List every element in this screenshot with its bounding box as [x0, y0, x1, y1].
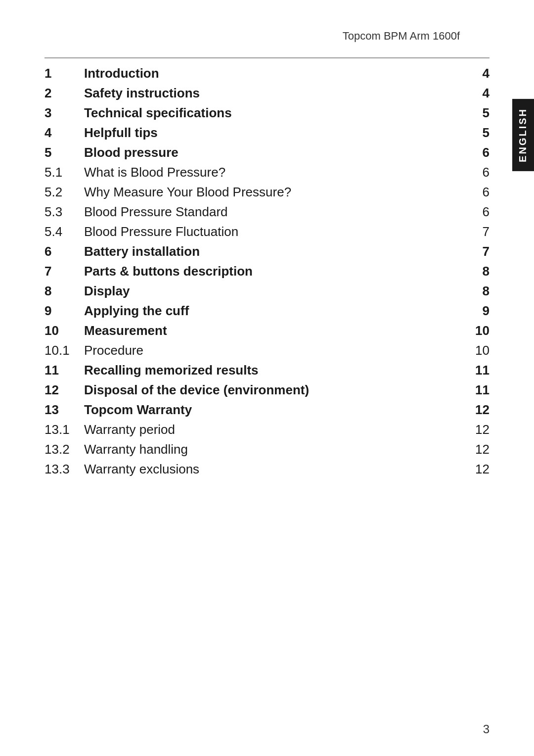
toc-page: 5: [450, 103, 490, 123]
toc-title: Applying the cuff: [84, 301, 450, 321]
toc-num: 4: [44, 123, 84, 142]
toc-row: 13.3Warranty exclusions12: [44, 459, 490, 479]
toc-num: 5.4: [44, 222, 84, 241]
toc-title: Measurement: [84, 321, 450, 340]
toc-row: 6Battery installation7: [44, 241, 490, 261]
toc-row: 8Display8: [44, 281, 490, 301]
toc-page: 6: [450, 202, 490, 222]
toc-page: 11: [450, 360, 490, 380]
toc-title: Safety instructions: [84, 83, 450, 103]
toc-page: 10: [450, 340, 490, 360]
toc-num: 5.2: [44, 182, 84, 202]
toc-page: 11: [450, 380, 490, 400]
toc-row: 5.2Why Measure Your Blood Pressure?6: [44, 182, 490, 202]
toc-row: 5.4Blood Pressure Fluctuation7: [44, 222, 490, 241]
toc-title: Procedure: [84, 340, 450, 360]
toc-row: 13.1Warranty period12: [44, 420, 490, 439]
toc-row: 13Topcom Warranty12: [44, 400, 490, 420]
toc-row: 5Blood pressure6: [44, 142, 490, 162]
toc-num: 7: [44, 261, 84, 281]
toc-num: 13.1: [44, 420, 84, 439]
toc-num: 13.3: [44, 459, 84, 479]
toc-num: 13.2: [44, 439, 84, 459]
toc-title: Parts & buttons description: [84, 261, 450, 281]
toc-page: 7: [450, 222, 490, 241]
toc-title: Helpfull tips: [84, 123, 450, 142]
toc-row: 4Helpfull tips5: [44, 123, 490, 142]
toc-num: 12: [44, 380, 84, 400]
toc-page: 4: [450, 63, 490, 83]
toc-title: Warranty exclusions: [84, 459, 450, 479]
toc-row: 9Applying the cuff9: [44, 301, 490, 321]
header-title: Topcom BPM Arm 1600f: [343, 30, 460, 43]
english-tab: ENGLISH: [512, 99, 534, 171]
toc-title: Recalling memorized results: [84, 360, 450, 380]
toc-row: 5.3Blood Pressure Standard6: [44, 202, 490, 222]
header-line: Topcom BPM Arm 1600f: [44, 30, 490, 43]
toc-row: 1Introduction4: [44, 63, 490, 83]
toc-title: Blood Pressure Standard: [84, 202, 450, 222]
toc-title: Topcom Warranty: [84, 400, 450, 420]
toc-num: 5.3: [44, 202, 84, 222]
toc-page: 12: [450, 420, 490, 439]
toc-title: What is Blood Pressure?: [84, 162, 450, 182]
toc-num: 5.1: [44, 162, 84, 182]
toc-num: 1: [44, 63, 84, 83]
toc-table: 1Introduction42Safety instructions43Tech…: [44, 63, 490, 479]
toc-num: 10.1: [44, 340, 84, 360]
toc-title: Technical specifications: [84, 103, 450, 123]
toc-row: 10.1Procedure10: [44, 340, 490, 360]
toc-title: Introduction: [84, 63, 450, 83]
toc-page: 9: [450, 301, 490, 321]
toc-page: 8: [450, 281, 490, 301]
toc-num: 8: [44, 281, 84, 301]
toc-page: 12: [450, 459, 490, 479]
toc-title: Blood Pressure Fluctuation: [84, 222, 450, 241]
toc-num: 6: [44, 241, 84, 261]
toc-row: 5.1What is Blood Pressure?6: [44, 162, 490, 182]
toc-num: 2: [44, 83, 84, 103]
toc-page: 8: [450, 261, 490, 281]
toc-num: 5: [44, 142, 84, 162]
toc-num: 13: [44, 400, 84, 420]
page-container: Topcom BPM Arm 1600f 1Introduction42Safe…: [0, 0, 534, 756]
toc-title: Blood pressure: [84, 142, 450, 162]
toc-title: Display: [84, 281, 450, 301]
toc-page: 4: [450, 83, 490, 103]
toc-row: 11Recalling memorized results11: [44, 360, 490, 380]
top-border: [44, 57, 490, 58]
toc-title: Why Measure Your Blood Pressure?: [84, 182, 450, 202]
toc-row: 7Parts & buttons description8: [44, 261, 490, 281]
toc-row: 13.2Warranty handling12: [44, 439, 490, 459]
toc-row: 10Measurement10: [44, 321, 490, 340]
toc-title: Warranty handling: [84, 439, 450, 459]
toc-row: 12Disposal of the device (environment)11: [44, 380, 490, 400]
toc-page: 6: [450, 182, 490, 202]
toc-num: 10: [44, 321, 84, 340]
toc-title: Battery installation: [84, 241, 450, 261]
page-number: 3: [483, 722, 490, 736]
toc-row: 2Safety instructions4: [44, 83, 490, 103]
toc-page: 12: [450, 439, 490, 459]
toc-title: Disposal of the device (environment): [84, 380, 450, 400]
toc-page: 12: [450, 400, 490, 420]
toc-num: 3: [44, 103, 84, 123]
toc-page: 6: [450, 162, 490, 182]
toc-page: 10: [450, 321, 490, 340]
toc-num: 11: [44, 360, 84, 380]
toc-title: Warranty period: [84, 420, 450, 439]
toc-num: 9: [44, 301, 84, 321]
toc-page: 7: [450, 241, 490, 261]
toc-row: 3Technical specifications5: [44, 103, 490, 123]
toc-page: 5: [450, 123, 490, 142]
toc-page: 6: [450, 142, 490, 162]
